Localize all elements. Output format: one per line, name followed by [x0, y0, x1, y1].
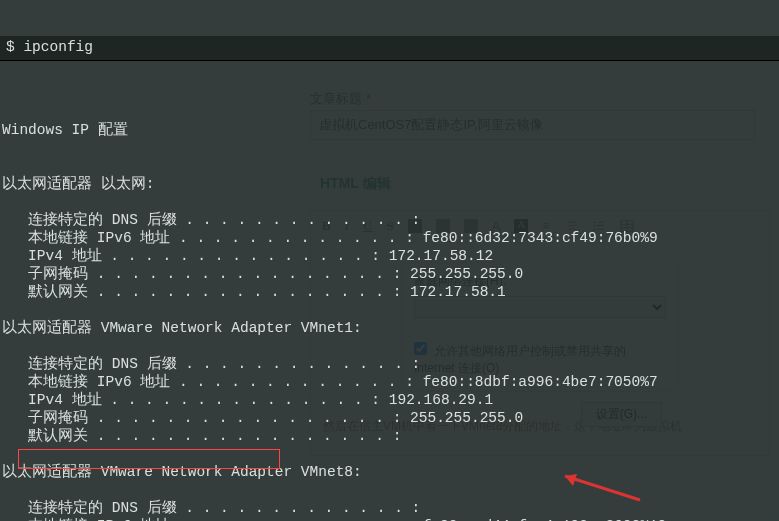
terminal-overlay: $ ipconfig Windows IP 配置 以太网适配器 以太网: 连接特… — [0, 0, 779, 521]
terminal-output: Windows IP 配置 以太网适配器 以太网: 连接特定的 DNS 后缀 .… — [0, 97, 779, 521]
terminal-prompt: $ ipconfig — [0, 36, 779, 61]
